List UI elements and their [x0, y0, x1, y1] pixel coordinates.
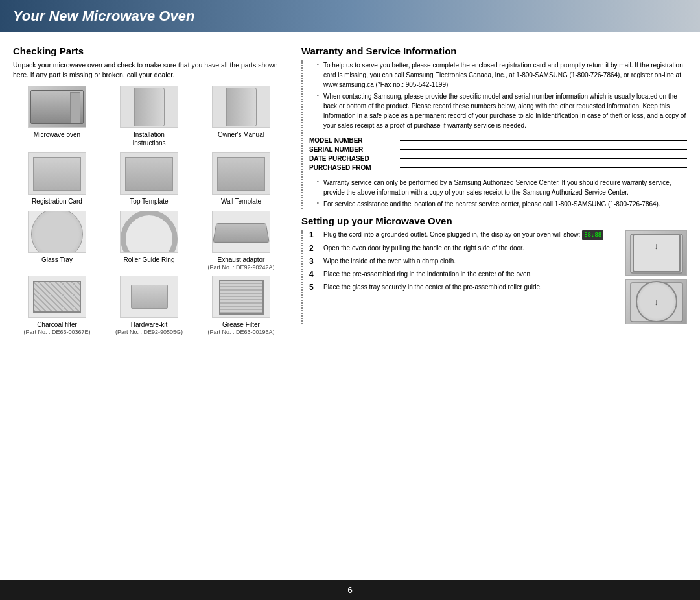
svg-marker-9 — [653, 312, 660, 318]
parts-grid: Microwave oven InstallationInstructions … — [13, 86, 285, 335]
part-label-microwave: Microwave oven — [34, 130, 80, 139]
step-3-text: Wipe the inside of the oven with a damp … — [323, 257, 619, 266]
model-number-line — [400, 140, 687, 141]
warranty-bullets: To help us to serve you better, please c… — [309, 60, 687, 130]
model-number-label: MODEL NUMBER — [309, 137, 393, 144]
warranty-content: To help us to serve you better, please c… — [301, 60, 687, 209]
warranty-note-1: Warranty service can only be performed b… — [317, 178, 687, 197]
step-4-text: Place the pre-assembled ring in the inde… — [323, 270, 619, 279]
step-1: 1 Plug the cord into a grounded outlet. … — [309, 230, 619, 240]
purchased-from-label: PURCHASED FROM — [309, 164, 393, 171]
purchased-from-row: PURCHASED FROM — [309, 164, 687, 171]
part-sublabel-exhaust: (Part No. : DE92-90242A) — [207, 264, 274, 270]
steps-with-image: 1 Plug the cord into a grounded outlet. … — [309, 230, 687, 324]
serial-number-label: SERIAL NUMBER — [309, 146, 393, 153]
warranty-bullet-1: To help us to serve you better, please c… — [317, 60, 687, 90]
part-roller-ring: Roller Guide Ring — [105, 211, 193, 270]
page-header: Your New Microwave Oven — [0, 0, 700, 32]
setup-heading: Setting up your Microwave Oven — [301, 215, 687, 226]
checking-parts-section: Checking Parts Unpack your microwave ove… — [13, 45, 285, 335]
setup-section: Setting up your Microwave Oven 1 Plug th… — [301, 215, 687, 324]
setup-images — [625, 230, 687, 324]
svg-marker-8 — [653, 287, 660, 294]
svg-rect-0 — [631, 234, 682, 273]
warranty-note-2: For service assistance and the location … — [317, 199, 687, 209]
part-label-roller: Roller Guide Ring — [124, 256, 175, 264]
part-image-microwave — [28, 86, 86, 128]
svg-point-6 — [637, 289, 676, 317]
svg-rect-5 — [631, 283, 682, 322]
date-purchased-line — [400, 158, 687, 159]
step-4-num: 4 — [309, 270, 318, 279]
date-purchased-row: DATE PURCHASED — [309, 155, 687, 162]
checking-parts-heading: Checking Parts — [13, 45, 285, 56]
steps-column: 1 Plug the cord into a grounded outlet. … — [309, 230, 619, 324]
model-number-row: MODEL NUMBER — [309, 137, 687, 144]
part-label-charcoal: Charcoal filter — [37, 320, 77, 329]
part-microwave-oven: Microwave oven — [13, 86, 101, 147]
svg-marker-3 — [653, 239, 660, 245]
part-label-owners-manual: Owner's Manual — [218, 130, 264, 139]
purchased-from-line — [400, 167, 687, 168]
warranty-note-text: Warranty service can only be performed b… — [309, 178, 687, 209]
step-2-num: 2 — [309, 244, 318, 253]
step-5-num: 5 — [309, 283, 318, 292]
main-content: Checking Parts Unpack your microwave ove… — [0, 39, 700, 335]
svg-point-1 — [637, 240, 676, 269]
part-exhaust: Exhaust adaptor (Part No. : DE92-90242A) — [197, 211, 285, 270]
part-label-hardware: Hardware-kit — [131, 320, 168, 329]
page-number: 6 — [347, 585, 352, 595]
part-sublabel-hardware: (Part No. : DE92-90505G) — [115, 329, 183, 335]
step-1-text: Plug the cord into a grounded outlet. On… — [323, 230, 619, 240]
part-image-registration — [28, 152, 86, 195]
part-image-charcoal — [28, 276, 86, 318]
model-info: MODEL NUMBER SERIAL NUMBER DATE PURCHASE… — [309, 137, 687, 171]
serial-number-line — [400, 149, 687, 150]
part-image-exhaust — [212, 211, 270, 253]
step-5-text: Place the glass tray securely in the cen… — [323, 283, 619, 292]
part-glass-tray: Glass Tray — [13, 211, 101, 270]
step-2: 2 Open the oven door by pulling the hand… — [309, 244, 619, 253]
step-3: 3 Wipe the inside of the oven with a dam… — [309, 257, 619, 266]
date-purchased-label: DATE PURCHASED — [309, 155, 393, 162]
page-title: Your New Microwave Oven — [13, 8, 687, 25]
part-image-hardware — [120, 276, 178, 318]
warranty-note-list: Warranty service can only be performed b… — [309, 178, 687, 209]
warranty-text: To help us to serve you better, please c… — [309, 60, 687, 130]
svg-marker-4 — [653, 263, 660, 270]
setup-svg-ring — [627, 231, 686, 275]
setup-image-ring — [625, 230, 687, 276]
step-4: 4 Place the pre-assembled ring in the in… — [309, 270, 619, 279]
part-image-wall-template — [212, 152, 270, 195]
part-label-exhaust: Exhaust adaptor — [218, 256, 265, 264]
step-5: 5 Place the glass tray securely in the c… — [309, 283, 619, 292]
display-indicator: 88:88 — [582, 230, 603, 240]
warranty-section: Warranty and Service Information To help… — [301, 45, 687, 209]
part-owners-manual: Owner's Manual — [197, 86, 285, 147]
part-top-template: Top Template — [105, 152, 193, 206]
part-wall-template: Wall Template — [197, 152, 285, 206]
part-label-grease: Grease Filter — [222, 320, 260, 329]
part-image-grease — [212, 276, 270, 318]
part-registration-card: Registration Card — [13, 152, 101, 206]
warranty-bullet-2: When contacting Samsung, please provide … — [317, 91, 687, 130]
part-hardware-kit: Hardware-kit (Part No. : DE92-90505G) — [105, 276, 193, 335]
serial-number-row: SERIAL NUMBER — [309, 146, 687, 153]
step-2-text: Open the oven door by pulling the handle… — [323, 244, 619, 253]
step-3-num: 3 — [309, 257, 318, 266]
part-label-top-template: Top Template — [130, 197, 168, 206]
setup-image-tray — [625, 279, 687, 324]
part-label-installation: InstallationInstructions — [132, 130, 165, 147]
right-column: Warranty and Service Information To help… — [301, 45, 687, 335]
part-image-top-template — [120, 152, 178, 195]
setup-svg-tray — [627, 280, 686, 324]
part-sublabel-charcoal: (Part No. : DE63-00367E) — [23, 329, 90, 335]
part-label-glass-tray: Glass Tray — [41, 256, 73, 264]
part-image-owners-manual — [212, 86, 270, 128]
part-charcoal-filter: Charcoal filter (Part No. : DE63-00367E) — [13, 276, 101, 335]
checking-parts-intro: Unpack your microwave oven and check to … — [13, 60, 285, 79]
setup-content: 1 Plug the cord into a grounded outlet. … — [301, 230, 687, 324]
part-image-installation — [120, 86, 178, 128]
svg-point-2 — [644, 245, 670, 264]
page-footer: 6 — [0, 580, 700, 600]
